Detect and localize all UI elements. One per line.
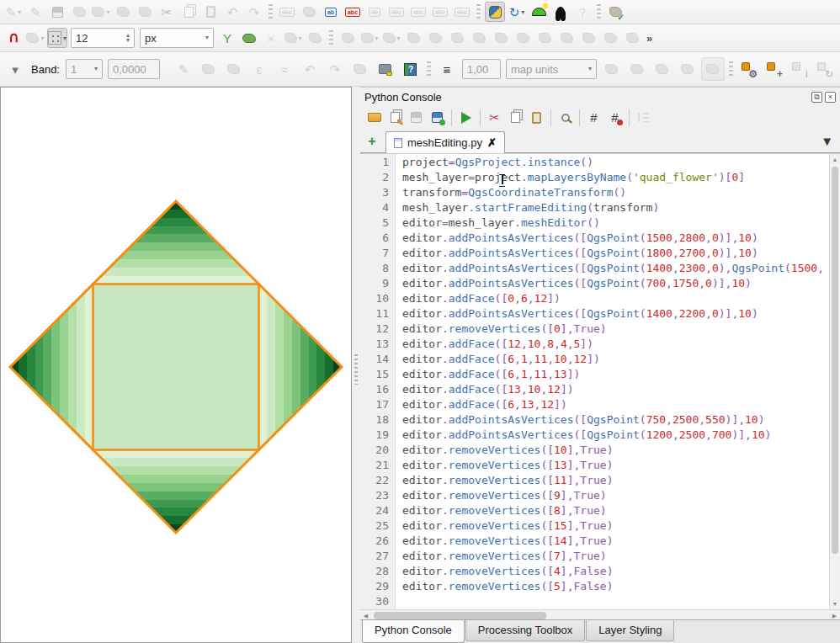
horizontal-scrollbar-thumb[interactable] (374, 612, 546, 619)
dock-tab-layer-styling[interactable]: Layer Styling (586, 620, 674, 641)
scroll-up-icon[interactable]: ▲ (830, 154, 840, 165)
code-line: transform=QgsCoordinateTransform() (402, 185, 829, 200)
python-console-icon (489, 6, 502, 19)
self-snapping-dropdown-icon[interactable]: ▾ (299, 35, 302, 42)
new-tab-button[interactable]: + (364, 133, 380, 150)
vertical-scrollbar[interactable]: ▲ ▼ (829, 154, 840, 609)
uncomment-button[interactable]: # (605, 108, 625, 127)
mesh-calculator-button[interactable] (374, 57, 397, 81)
layer-diagram-button[interactable]: abc (343, 2, 363, 22)
delete-part-button (578, 28, 598, 48)
close-tab-icon[interactable]: ✗ (487, 136, 497, 149)
line-number: 6 (360, 231, 389, 246)
map-canvas[interactable] (0, 87, 352, 643)
add-ring-button (491, 28, 511, 48)
first-aid-plugin-button[interactable] (529, 2, 549, 22)
circular-digitize-dropdown-icon[interactable]: ▾ (375, 35, 379, 42)
mesh-digitizing-button[interactable]: ✓ (605, 2, 625, 22)
float-panel-button[interactable]: ⧉ (811, 92, 822, 103)
vertex-tool-button: ▾ (91, 2, 111, 22)
code-line: editor.addFace([12,10,8,4,5]) (402, 337, 829, 352)
vertex-tool-dropdown-icon[interactable]: ▾ (106, 8, 109, 16)
snap-mode-icon (48, 31, 61, 45)
undo-icon: ↶ (227, 6, 238, 19)
width-units: map units▾ (506, 59, 597, 79)
cut-button[interactable]: ✂ (485, 108, 504, 127)
code-line: editor.removeVertices([11],True) (402, 473, 829, 488)
vertex-tool-icon (92, 7, 104, 17)
change-label-icon: abc (455, 8, 470, 17)
code-line: mesh_layer=project.mapLayersByName('quad… (402, 170, 829, 185)
add-part-button (513, 28, 533, 48)
rotate-feature-button (447, 28, 467, 48)
reload-plugin-icon: ↻ (509, 6, 520, 19)
toolbar-separator (480, 109, 481, 126)
save-as-button[interactable] (428, 108, 447, 127)
save-button (407, 108, 426, 127)
mesh-reindex-button[interactable]: ? (399, 57, 423, 81)
tab-list-dropdown-icon[interactable]: ▼ (821, 134, 833, 148)
copy-button[interactable] (506, 108, 525, 127)
scroll-down-icon[interactable]: ▼ (830, 598, 840, 609)
reload-plugin-dropdown-icon[interactable]: ▾ (521, 8, 524, 16)
dock-tab-processing-toolbox[interactable]: Processing Toolbox (465, 620, 586, 641)
toggle-editing-icon: ✎ (30, 6, 41, 19)
close-panel-button[interactable]: × (825, 92, 836, 103)
code-line: editor.removeVertices([14],True) (402, 534, 829, 549)
width-lines-button[interactable]: ≡ (435, 57, 459, 81)
rotate-label-button: abc (430, 2, 450, 22)
delete-ring-icon (561, 33, 573, 43)
comment-button[interactable]: # (584, 108, 603, 127)
vertical-scrollbar-thumb[interactable] (832, 167, 838, 554)
avoid-overlap-button[interactable] (239, 28, 259, 48)
snap-vertex-dropdown-icon[interactable]: ▾ (40, 35, 44, 42)
dock-tab-python-console[interactable]: Python Console (362, 620, 465, 643)
deselect-button (676, 57, 699, 81)
snap-units[interactable]: px▾ (140, 28, 214, 48)
snap-tolerance[interactable]: 12▴▾ (71, 28, 135, 48)
topological-editing-button[interactable]: Y (217, 28, 237, 48)
code-line (402, 594, 829, 609)
processing-toolbox-button[interactable]: ⚙ (737, 57, 761, 81)
select-expression-button (651, 57, 674, 81)
code-editor[interactable]: 1234567891011121314151617181920212223242… (360, 153, 840, 609)
redo-button: ↷ (244, 2, 264, 22)
paste-icon (532, 112, 541, 124)
stream-digitize-dropdown-icon[interactable]: ▾ (397, 35, 401, 42)
code-area[interactable]: project=QgsProject.instance()mesh_layer=… (402, 154, 829, 609)
circular-digitize-button: ▾ (359, 28, 380, 48)
line-number: 11 (360, 306, 389, 322)
find-text-button[interactable] (556, 108, 575, 127)
select-tool-button (600, 57, 624, 81)
open-in-editor-button[interactable]: ✎ (385, 108, 405, 127)
mesh-undo-button: ↶ (298, 57, 322, 81)
code-line: editor.removeVertices([5],False) (402, 579, 829, 594)
save-layer-edits-button (47, 2, 67, 22)
comment-icon: # (590, 111, 597, 124)
code-line: editor.removeVertices([0],True) (402, 322, 829, 337)
toolbar-handle (329, 30, 333, 45)
highlight-labels-icon: abc (389, 8, 404, 17)
mesh-layer (1, 88, 351, 642)
run-script-button[interactable] (456, 108, 476, 127)
snap-mode-dropdown-icon[interactable]: ▾ (63, 35, 66, 42)
paste-button[interactable] (527, 108, 546, 127)
labeling-options-icon: abc (279, 8, 295, 17)
reshape-button (600, 28, 620, 48)
mesh-epsilon-icon: ε (257, 63, 263, 76)
python-console-button[interactable] (485, 2, 505, 22)
line-number: 13 (360, 337, 389, 352)
run-script-icon (461, 112, 471, 124)
current-edits-dropdown-icon[interactable]: ▾ (18, 8, 21, 16)
snapping-toggle-button[interactable]: ∪ (3, 28, 24, 48)
debug-plugin-button[interactable] (550, 2, 571, 22)
open-script-button[interactable] (364, 108, 384, 127)
snap-mode-button[interactable]: ▾ (47, 28, 67, 48)
model-designer-button[interactable]: + (763, 57, 786, 81)
layer-labeling-button[interactable]: ab (321, 2, 341, 22)
panel-splitter[interactable] (352, 87, 360, 643)
reload-plugin-button[interactable]: ↻▾ (507, 2, 527, 22)
tab-mesh-editing-py[interactable]: meshEditing.py ✗ (385, 131, 505, 153)
toolbar-overflow[interactable]: » (646, 32, 651, 45)
band-dropdown-button[interactable]: ▾ (3, 57, 27, 81)
